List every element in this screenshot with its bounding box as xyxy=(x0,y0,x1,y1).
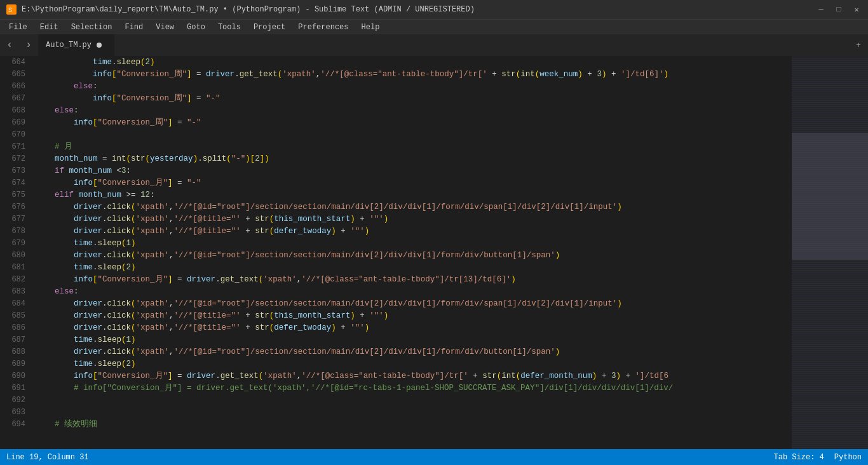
code-line-689: time.sleep(2) xyxy=(36,358,792,370)
line-num-673: 673 xyxy=(0,165,25,177)
statusbar: Line 19, Column 31 Tab Size: 4 Python xyxy=(0,449,868,465)
menu-selection[interactable]: Selection xyxy=(65,22,119,33)
line-num-675: 675 xyxy=(0,189,25,201)
menu-find[interactable]: Find xyxy=(118,22,149,33)
line-gutter: 664 665 666 667 668 669 670 671 672 673 … xyxy=(0,57,31,449)
titlebar: S E:\PythonProgram\daily_report\TM\Auto_… xyxy=(0,0,868,19)
close-button[interactable]: ✕ xyxy=(851,5,862,15)
code-line-688: driver.click('xpath','//*[@id="root"]/se… xyxy=(36,346,792,358)
code-line-687: time.sleep(1) xyxy=(36,334,792,346)
line-num-687: 687 xyxy=(0,334,25,346)
line-num-670: 670 xyxy=(0,129,25,141)
line-num-676: 676 xyxy=(0,201,25,213)
line-num-665: 665 xyxy=(0,69,25,81)
svg-text:S: S xyxy=(8,7,12,14)
tab-auto-tm[interactable]: Auto_TM.py xyxy=(38,34,114,56)
menubar: File Edit Selection Find View Goto Tools… xyxy=(0,19,868,34)
maximize-button[interactable]: □ xyxy=(834,5,844,15)
line-num-666: 666 xyxy=(0,81,25,93)
code-line-677: driver.click('xpath','//*[@title="' + st… xyxy=(36,213,792,226)
line-num-681: 681 xyxy=(0,262,25,274)
line-num-682: 682 xyxy=(0,274,25,286)
code-line-679: time.sleep(1) xyxy=(36,238,792,250)
line-num-672: 672 xyxy=(0,153,25,165)
line-num-683: 683 xyxy=(0,286,25,298)
code-line-672: month_num = int(str(yesterday).split("-"… xyxy=(36,153,792,165)
code-line-674: info["Conversion_月"] = "-" xyxy=(36,177,792,189)
line-num-679: 679 xyxy=(0,238,25,250)
tabbar: ‹ › Auto_TM.py + xyxy=(0,34,868,57)
editor-container: 664 665 666 667 668 669 670 671 672 673 … xyxy=(0,57,868,449)
code-line-666: else: xyxy=(36,81,792,93)
code-line-693 xyxy=(36,407,792,419)
code-line-684: driver.click('xpath','//*[@id="root"]/se… xyxy=(36,298,792,310)
menu-file[interactable]: File xyxy=(3,22,34,33)
code-line-686: driver.click('xpath','//*[@title="' + st… xyxy=(36,322,792,334)
code-line-671: # 月 xyxy=(36,141,792,153)
code-line-680: driver.click('xpath','//*[@id="root"]/se… xyxy=(36,250,792,262)
code-line-691: # info["Conversion_月"] = driver.get_text… xyxy=(36,382,792,394)
code-line-692 xyxy=(36,394,792,407)
app-icon: S xyxy=(6,4,17,15)
menu-help[interactable]: Help xyxy=(355,22,386,33)
status-left: Line 19, Column 31 xyxy=(6,453,89,462)
tab-modified-dot xyxy=(97,43,102,48)
menu-tools[interactable]: Tools xyxy=(212,22,247,33)
code-line-685: driver.click('xpath','//*[@title="' + st… xyxy=(36,310,792,322)
code-editor[interactable]: time.sleep(2) info["Conversion_周"] = dri… xyxy=(31,57,792,449)
code-line-673: if month_num <3: xyxy=(36,165,792,177)
line-num-689: 689 xyxy=(0,358,25,370)
tab-prev-button[interactable]: ‹ xyxy=(0,34,19,56)
line-num-686: 686 xyxy=(0,322,25,334)
line-num-669: 669 xyxy=(0,117,25,129)
status-right: Tab Size: 4 Python xyxy=(774,453,862,462)
minimap-viewport xyxy=(792,133,868,260)
line-num-671: 671 xyxy=(0,141,25,153)
line-num-680: 680 xyxy=(0,250,25,262)
line-num-668: 668 xyxy=(0,105,25,117)
line-num-690: 690 xyxy=(0,370,25,382)
status-language[interactable]: Python xyxy=(834,453,862,462)
code-line-668: else: xyxy=(36,105,792,117)
code-line-665: info["Conversion_周"] = driver.get_text('… xyxy=(36,69,792,81)
menu-edit[interactable]: Edit xyxy=(34,22,65,33)
code-line-676: driver.click('xpath','//*[@id="root"]/se… xyxy=(36,201,792,213)
menu-project[interactable]: Project xyxy=(247,22,292,33)
tab-label: Auto_TM.py xyxy=(46,41,92,50)
line-num-688: 688 xyxy=(0,346,25,358)
minimize-button[interactable]: ─ xyxy=(816,5,826,15)
code-line-667: info["Conversion_周"] = "-" xyxy=(36,93,792,105)
code-line-678: driver.click('xpath','//*[@title="' + st… xyxy=(36,226,792,238)
line-num-684: 684 xyxy=(0,298,25,310)
line-num-664: 664 xyxy=(0,57,25,69)
code-line-681: time.sleep(2) xyxy=(36,262,792,274)
code-line-683: else: xyxy=(36,286,792,298)
line-num-694: 694 xyxy=(0,419,25,431)
line-num-685: 685 xyxy=(0,310,25,322)
line-num-677: 677 xyxy=(0,213,25,226)
tab-add-button[interactable]: + xyxy=(849,34,868,56)
title-text: E:\PythonProgram\daily_report\TM\Auto_TM… xyxy=(22,5,816,14)
code-line-690: info["Conversion_月"] = driver.get_text('… xyxy=(36,370,792,382)
line-num-674: 674 xyxy=(0,177,25,189)
status-position[interactable]: Line 19, Column 31 xyxy=(6,453,89,462)
code-line-669: info["Conversion_周"] = "-" xyxy=(36,117,792,129)
line-num-667: 667 xyxy=(0,93,25,105)
menu-goto[interactable]: Goto xyxy=(180,22,212,33)
line-num-693: 693 xyxy=(0,407,25,419)
line-num-692: 692 xyxy=(0,394,25,407)
tab-next-button[interactable]: › xyxy=(19,34,38,56)
line-num-678: 678 xyxy=(0,226,25,238)
status-tab-size[interactable]: Tab Size: 4 xyxy=(774,453,824,462)
code-line-694: # 续效明细 xyxy=(36,419,792,431)
menu-preferences[interactable]: Preferences xyxy=(292,22,355,33)
code-line-664: time.sleep(2) xyxy=(36,57,792,69)
menu-view[interactable]: View xyxy=(149,22,180,33)
code-line-670 xyxy=(36,129,792,141)
code-line-675: elif month_num >= 12: xyxy=(36,189,792,201)
code-line-682: info["Conversion_月"] = driver.get_text('… xyxy=(36,274,792,286)
minimap xyxy=(792,57,868,449)
line-num-691: 691 xyxy=(0,382,25,394)
